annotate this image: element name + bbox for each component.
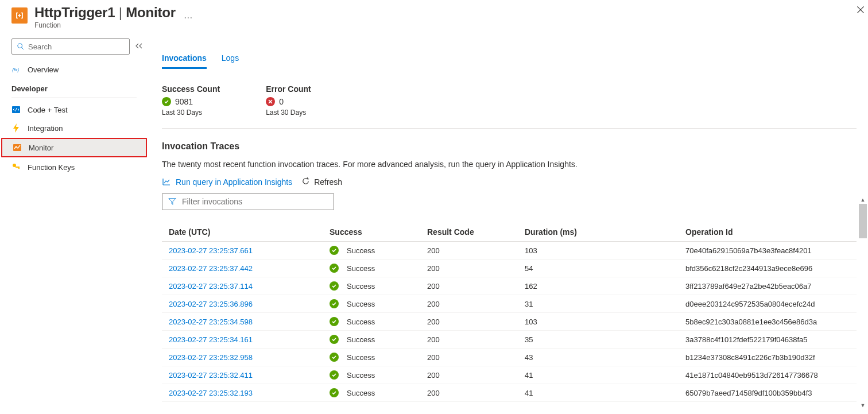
result-code: 200 (420, 313, 518, 331)
result-code: 200 (420, 295, 518, 313)
tabs: InvocationsLogs (162, 49, 857, 69)
result-code: 200 (420, 366, 518, 384)
duration: 103 (518, 313, 679, 331)
invocation-date-link[interactable]: 2023-02-27 23:25:37.442 (169, 264, 253, 273)
result-code: 200 (420, 242, 518, 260)
bolt-icon (11, 123, 21, 133)
operation-id: d0eee203124c9572535a0804ecefc24d (679, 295, 857, 313)
operation-id: 70e40fa62915069a7b43e3feac8f4201 (679, 242, 857, 260)
scrollbar[interactable]: ▲ ▼ (859, 196, 867, 409)
duration: 35 (518, 331, 679, 349)
sidebar-item-monitor[interactable]: Monitor (1, 138, 147, 157)
key-icon (11, 162, 21, 172)
invocation-date-link[interactable]: 2023-02-27 23:25:37.661 (169, 246, 253, 255)
filter-input[interactable] (162, 193, 334, 210)
sidebar-section-developer: Developer (0, 79, 148, 96)
more-button[interactable]: … (184, 10, 194, 21)
success-badge-icon (162, 97, 171, 106)
sidebar-item-function-keys[interactable]: Function Keys (0, 158, 148, 176)
table-row: 2023-02-27 23:25:32.958Success20043b1234… (162, 349, 857, 366)
operation-id: 3ff213789af649e27a2be42b5eac06a7 (679, 277, 857, 295)
duration: 31 (518, 295, 679, 313)
column-header[interactable]: Date (UTC) (162, 223, 323, 242)
page-title: HttpTrigger1 | Monitor (34, 5, 176, 21)
main-content: InvocationsLogs Success Count 9081 Last … (148, 35, 868, 414)
search-icon (17, 42, 25, 51)
result-code: 200 (420, 349, 518, 366)
sidebar-item-label: Function Keys (28, 163, 75, 172)
svg-rect-7 (18, 167, 20, 169)
operation-id: 3a3788c4f1012fdef522179f04638fa5 (679, 331, 857, 349)
overview-icon: {fx} (11, 65, 21, 74)
success-label: Success (347, 318, 375, 326)
sidebar-item-overview[interactable]: {fx} Overview (0, 60, 148, 79)
duration: 43 (518, 349, 679, 366)
section-title: Invocation Traces (162, 141, 857, 152)
filter-icon (168, 198, 176, 206)
result-code: 200 (420, 277, 518, 295)
sidebar-item-label: Overview (28, 65, 59, 74)
operation-id: 65079b7aeed71458f9df100b359bb4f3 (679, 384, 857, 402)
scrollbar-thumb[interactable] (859, 204, 867, 238)
result-code: 200 (420, 260, 518, 277)
svg-text:{fx}: {fx} (12, 67, 19, 72)
table-row: 2023-02-27 23:25:37.114Success2001623ff2… (162, 277, 857, 295)
table-row: 2023-02-27 23:25:36.896Success20031d0eee… (162, 295, 857, 313)
success-icon (330, 264, 339, 273)
success-label: Success (347, 371, 375, 380)
sidebar-item-integration[interactable]: Integration (0, 119, 148, 137)
table-row: 2023-02-27 23:25:37.442Success20054bfd35… (162, 260, 857, 277)
run-query-link[interactable]: Run query in Application Insights (162, 177, 292, 187)
tab-invocations[interactable]: Invocations (162, 49, 207, 69)
column-header[interactable]: Success (323, 223, 420, 242)
table-row: 2023-02-27 23:25:32.411Success2004141e18… (162, 366, 857, 384)
scroll-down-icon[interactable]: ▼ (861, 401, 866, 409)
sidebar: {fx} Overview Developer Code + TestInteg… (0, 35, 148, 414)
success-icon (330, 281, 339, 291)
monitor-icon (13, 143, 22, 152)
success-label: Success (347, 389, 375, 397)
svg-point-0 (18, 44, 22, 48)
scroll-up-icon[interactable]: ▲ (861, 196, 866, 204)
search-input[interactable] (11, 38, 130, 55)
collapse-sidebar-icon[interactable] (135, 42, 142, 51)
sidebar-item-code-test[interactable]: Code + Test (0, 100, 148, 119)
invocation-date-link[interactable]: 2023-02-27 23:25:32.411 (169, 371, 253, 380)
code-icon (11, 105, 21, 114)
invocations-table: Date (UTC)SuccessResult CodeDuration (ms… (162, 223, 857, 402)
result-code: 200 (420, 384, 518, 402)
operation-id: bfd356c6218cf2c2344913a9ece8e696 (679, 260, 857, 277)
column-header[interactable]: Operation Id (679, 223, 857, 242)
column-header[interactable]: Result Code (420, 223, 518, 242)
success-label: Success (347, 264, 375, 273)
duration: 103 (518, 242, 679, 260)
invocation-date-link[interactable]: 2023-02-27 23:25:34.161 (169, 335, 253, 344)
duration: 162 (518, 277, 679, 295)
table-row: 2023-02-27 23:25:37.661Success20010370e4… (162, 242, 857, 260)
invocation-date-link[interactable]: 2023-02-27 23:25:34.598 (169, 318, 253, 326)
success-label: Success (347, 353, 375, 362)
success-label: Success (347, 335, 375, 344)
error-count-stat: Error Count 0 Last 30 Days (266, 84, 311, 117)
duration: 41 (518, 366, 679, 384)
invocation-date-link[interactable]: 2023-02-27 23:25:32.958 (169, 353, 253, 362)
invocation-date-link[interactable]: 2023-02-27 23:25:32.193 (169, 389, 253, 397)
success-icon (330, 353, 339, 362)
success-icon (330, 317, 339, 326)
tab-logs[interactable]: Logs (222, 49, 239, 69)
close-icon[interactable] (857, 6, 865, 16)
function-icon (11, 7, 28, 24)
page-header: HttpTrigger1 | Monitor Function … (0, 0, 868, 35)
refresh-button[interactable]: Refresh (301, 177, 342, 187)
success-label: Success (347, 246, 375, 255)
invocation-date-link[interactable]: 2023-02-27 23:25:36.896 (169, 300, 253, 308)
duration: 54 (518, 260, 679, 277)
divider (162, 128, 857, 129)
success-count-stat: Success Count 9081 Last 30 Days (162, 84, 220, 117)
column-header[interactable]: Duration (ms) (518, 223, 679, 242)
success-icon (330, 299, 339, 308)
table-row: 2023-02-27 23:25:34.161Success200353a378… (162, 331, 857, 349)
invocation-date-link[interactable]: 2023-02-27 23:25:37.114 (169, 282, 253, 291)
section-description: The twenty most recent function invocati… (162, 160, 857, 169)
success-icon (330, 370, 339, 380)
